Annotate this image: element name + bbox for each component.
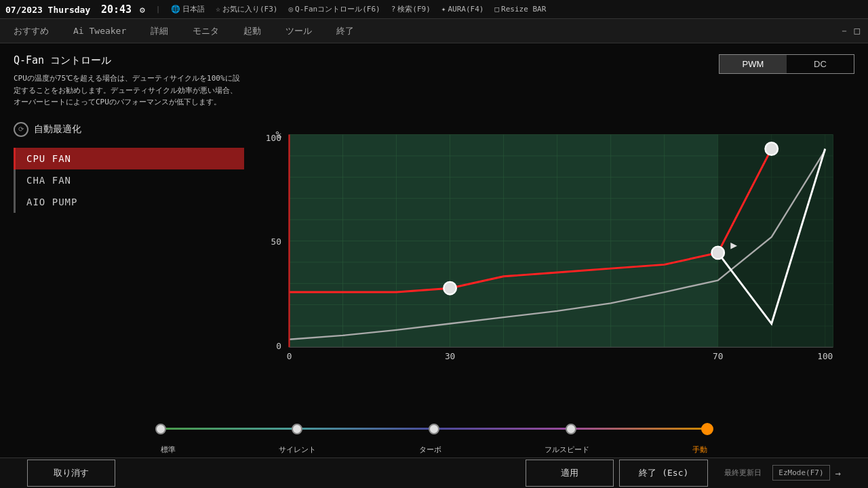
bottom-bar: 取り消す 適用 終了 (Esc) 最終更新日 EzMode(F7) →	[0, 458, 868, 488]
language-button[interactable]: 🌐 日本語	[171, 4, 205, 14]
datetime: 07/2023 Thursday 20:43 ⚙	[5, 3, 145, 16]
apply-button[interactable]: 適用	[526, 460, 614, 487]
preset-area: 標準 サイレント ターボ フルスピード 手動	[0, 412, 868, 458]
cancel-button[interactable]: 取り消す	[27, 460, 115, 487]
svg-text:30: 30	[445, 351, 455, 361]
nav-recommended[interactable]: おすすめ	[8, 22, 54, 40]
panel-description: CPUの温度が75℃を超える場合は、デューティサイクルを100%に設定することを…	[14, 73, 244, 108]
resize-icon: □	[494, 5, 499, 14]
svg-text:0: 0	[287, 351, 292, 361]
search-icon: ?	[391, 5, 396, 14]
nav-tools[interactable]: ツール	[280, 22, 317, 40]
aura-icon: ✦	[441, 5, 446, 14]
ez-mode-button[interactable]: EzMode(F7)	[772, 465, 829, 481]
fan-curve-chart[interactable]: ▶ % 100 50 0 0 30 70 100 °C	[258, 83, 841, 407]
panel-title: Q-Fan コントロール	[14, 54, 244, 67]
svg-text:100: 100	[817, 351, 833, 361]
bottom-left-buttons: 取り消す	[27, 460, 115, 487]
cursor-indicator: ▶	[730, 239, 737, 251]
fan-list: CPU FAN CHA FAN AIO PUMP	[14, 148, 244, 213]
control-point-2[interactable]	[711, 247, 724, 260]
qfan-icon: ◎	[288, 5, 293, 14]
preset-dot-turbo[interactable]	[429, 424, 439, 434]
nav-boot[interactable]: 起動	[238, 22, 267, 40]
preset-track	[161, 428, 707, 430]
exit-button[interactable]: 終了 (Esc)	[619, 460, 708, 487]
nav-exit[interactable]: 終了	[331, 22, 359, 40]
last-update-label: 最終更新日	[724, 468, 762, 478]
nav-monitor[interactable]: モニタ	[187, 22, 224, 40]
window-minimize-icon[interactable]: －	[840, 25, 849, 37]
qfan-button[interactable]: ◎ Q-Fanコントロール(F6)	[288, 4, 380, 14]
nav-bar: おすすめ Ai Tweaker 詳細 モニタ 起動 ツール 終了 － □	[0, 19, 868, 43]
pwm-mode-button[interactable]: PWM	[719, 55, 787, 73]
search-button[interactable]: ? 検索(F9)	[391, 4, 431, 14]
fan-item-cha[interactable]: CHA FAN	[16, 169, 244, 191]
preset-dot-standard[interactable]	[155, 424, 166, 434]
gear-icon[interactable]: ⚙	[140, 5, 145, 15]
svg-text:0: 0	[276, 341, 281, 351]
preset-dot-silent[interactable]	[292, 424, 302, 434]
svg-text:50: 50	[271, 237, 281, 247]
favorites-button[interactable]: ☆ お気に入り(F3)	[216, 4, 277, 14]
top-bar-separator: |	[156, 5, 161, 14]
preset-dot-manual[interactable]	[701, 423, 713, 435]
favorites-icon: ☆	[216, 5, 220, 14]
fan-item-aio[interactable]: AIO PUMP	[16, 191, 244, 213]
chart-svg: ▶ % 100 50 0 0 30 70 100 °C	[258, 83, 841, 407]
svg-text:100: 100	[266, 133, 281, 143]
nav-arrow-icon[interactable]: →	[835, 468, 841, 479]
auto-optimize-button[interactable]: ⟳ 自動最適化	[14, 122, 244, 137]
globe-icon: 🌐	[171, 5, 180, 14]
left-panel: Q-Fan コントロール CPUの温度が75℃を超える場合は、デューティサイクル…	[0, 43, 258, 412]
control-point-3[interactable]	[765, 142, 778, 155]
nav-ai-tweaker[interactable]: Ai Tweaker	[68, 23, 132, 39]
main-content: Q-Fan コントロール CPUの温度が75℃を超える場合は、デューティサイクル…	[0, 43, 868, 412]
fan-item-cpu[interactable]: CPU FAN	[14, 148, 244, 169]
mode-toggle: PWM DC	[719, 54, 854, 74]
top-bar: 07/2023 Thursday 20:43 ⚙ | 🌐 日本語 ☆ お気に入り…	[0, 0, 868, 19]
svg-text:70: 70	[713, 351, 723, 361]
control-point-1[interactable]	[443, 282, 456, 295]
window-maximize-icon[interactable]: □	[854, 25, 860, 37]
resize-bar-button[interactable]: □ Resize BAR	[494, 5, 546, 14]
nav-advanced[interactable]: 詳細	[145, 22, 174, 40]
aura-button[interactable]: ✦ AURA(F4)	[441, 5, 484, 14]
right-panel: PWM DC	[258, 43, 868, 412]
preset-dot-fullspeed[interactable]	[566, 424, 576, 434]
dc-mode-button[interactable]: DC	[787, 55, 854, 73]
auto-optimize-icon: ⟳	[14, 122, 28, 137]
preset-labels: 標準 サイレント ターボ フルスピード 手動	[161, 445, 707, 455]
